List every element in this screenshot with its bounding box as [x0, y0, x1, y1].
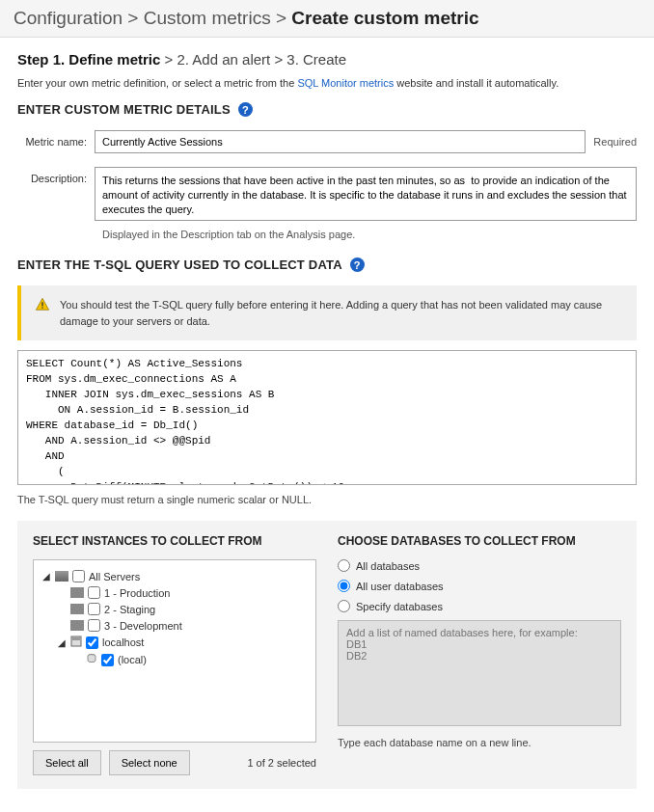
wizard-steps: Step 1. Define metric > 2. Add an alert …: [17, 51, 637, 68]
breadcrumb-part[interactable]: Custom metrics: [144, 8, 271, 28]
tree-row-root: ◢ All Servers: [41, 568, 308, 584]
tree-checkbox[interactable]: [88, 619, 100, 632]
server-group-icon: [70, 587, 84, 598]
breadcrumb-part[interactable]: Configuration: [14, 8, 123, 28]
tree-row: 3 - Development: [41, 617, 308, 634]
tree-row: 2 - Staging: [41, 601, 308, 617]
description-label: Description:: [17, 167, 95, 184]
section-heading-details: ENTER CUSTOM METRIC DETAILS ?: [17, 102, 637, 117]
database-icon: [86, 653, 97, 666]
db-names-hint: Type each database name on a new line.: [338, 737, 621, 748]
tsql-code-input[interactable]: [17, 350, 637, 485]
db-radio-user[interactable]: [338, 580, 350, 592]
tree-row: 1 - Production: [41, 584, 308, 601]
svg-rect-3: [72, 637, 80, 640]
collapse-icon[interactable]: ◢: [57, 637, 67, 648]
server-group-icon: [55, 571, 68, 582]
db-option-user[interactable]: All user databases: [338, 580, 621, 592]
section-heading-tsql: ENTER THE T-SQL QUERY USED TO COLLECT DA…: [17, 257, 637, 272]
warning-text: You should test the T-SQL query fully be…: [60, 297, 623, 329]
metric-name-input[interactable]: [95, 130, 586, 153]
description-hint: Displayed in the Description tab on the …: [102, 229, 637, 240]
db-option-specify[interactable]: Specify databases: [338, 600, 621, 612]
wizard-step-2[interactable]: 2. Add an alert: [177, 51, 271, 68]
metric-name-label: Metric name:: [17, 130, 95, 148]
tree-checkbox[interactable]: [86, 636, 98, 649]
required-label: Required: [593, 136, 637, 148]
tree-checkbox[interactable]: [88, 586, 100, 599]
db-radio-specify[interactable]: [338, 600, 350, 612]
help-icon[interactable]: ?: [350, 257, 365, 272]
db-radio-all[interactable]: [338, 559, 350, 572]
warning-icon: [35, 297, 50, 317]
tree-checkbox[interactable]: [72, 570, 85, 582]
db-names-input: [338, 620, 621, 726]
description-input[interactable]: [95, 167, 637, 221]
warning-box: You should test the T-SQL query fully be…: [17, 285, 637, 340]
server-icon: [70, 636, 82, 649]
server-group-icon: [70, 604, 84, 614]
select-none-button[interactable]: Select none: [109, 750, 190, 775]
instances-tree[interactable]: ◢ All Servers 1 - Production 2 - Staging: [33, 559, 316, 743]
server-group-icon: [70, 620, 84, 631]
breadcrumb: Configuration > Custom metrics > Create …: [0, 0, 654, 38]
svg-rect-0: [41, 302, 42, 306]
db-option-all[interactable]: All databases: [338, 559, 621, 572]
tree-row: ◢ localhost: [41, 634, 308, 651]
selection-count: 1 of 2 selected: [247, 757, 316, 769]
breadcrumb-current: Create custom metric: [291, 8, 478, 28]
instances-heading: SELECT INSTANCES TO COLLECT FROM: [33, 534, 316, 548]
wizard-step-3[interactable]: 3. Create: [286, 51, 346, 68]
help-icon[interactable]: ?: [238, 102, 253, 117]
tree-checkbox[interactable]: [101, 654, 114, 666]
intro-text: Enter your own metric definition, or sel…: [17, 77, 637, 89]
wizard-step-1: Step 1. Define metric: [17, 51, 160, 68]
databases-heading: CHOOSE DATABASES TO COLLECT FROM: [338, 534, 621, 548]
metrics-site-link[interactable]: SQL Monitor metrics: [297, 77, 394, 89]
select-all-button[interactable]: Select all: [33, 750, 101, 775]
tsql-hint: The T-SQL query must return a single num…: [17, 494, 637, 505]
collapse-icon[interactable]: ◢: [41, 571, 51, 582]
tree-checkbox[interactable]: [88, 603, 100, 615]
svg-rect-1: [41, 307, 42, 308]
tree-row: (local): [41, 651, 308, 668]
